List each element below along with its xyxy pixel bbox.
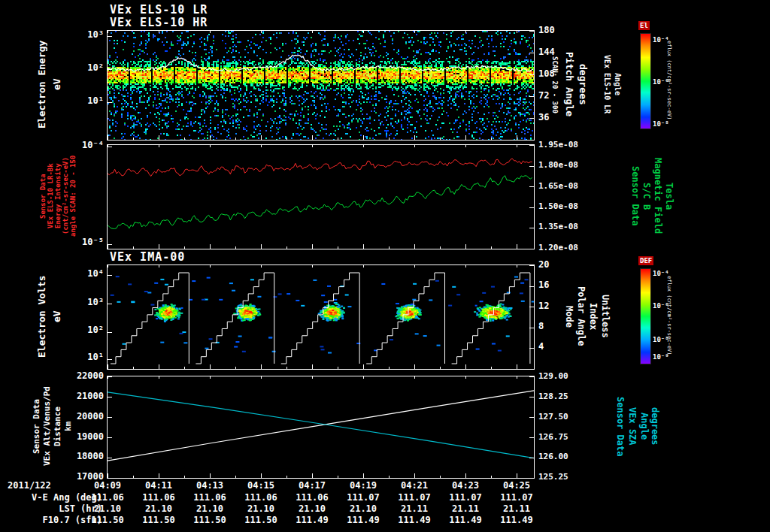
panel1-sensor-name-label: VEx ELS-10 LR [603, 30, 611, 139]
axis-tick-label: 72 [538, 91, 549, 101]
table-cell: 21.10 [339, 504, 387, 514]
colorbar2 [640, 268, 651, 364]
panel2-left-label-line: (cnt/cm²-sr-sec-eV) [62, 144, 69, 248]
table-cell: 111.06 [135, 493, 183, 503]
panel3-right-label-line: Index [588, 264, 599, 368]
axis-tick-label: 126.75 [538, 432, 568, 442]
table-cell: 21.10 [237, 504, 285, 514]
axis-tick-label: 20000 [71, 412, 104, 422]
panel1-y-axis-units: eV [51, 30, 62, 139]
axis-tick-label: 10¹ [71, 352, 104, 362]
panel2-left-label-line: angle SCAN: 20 - 150 [69, 144, 77, 248]
table-cell: 21.11 [390, 504, 438, 514]
time-tick-label: 04:15 [237, 481, 285, 491]
axis-tick-label: 10⁻⁵ [71, 237, 104, 247]
table-cell: 111.49 [390, 515, 438, 525]
table-cell: 111.50 [83, 515, 132, 525]
axis-tick-label: 18000 [71, 452, 104, 461]
panel2-line-plot [107, 144, 535, 249]
axis-tick-label: 19000 [71, 432, 104, 442]
table-cell: 21.10 [288, 504, 336, 514]
panel1-scan-range-label: SCAN: 20 - 300 [551, 30, 559, 139]
panel2-right-label-line: Sensor Data [630, 144, 641, 248]
time-tick-label: 04:25 [493, 481, 541, 491]
panel4-right-label-line: degrees [650, 376, 660, 477]
time-tick-label: 04:23 [441, 481, 490, 491]
axis-tick-label: 10² [71, 63, 104, 73]
tplot-screen: VEx ELS-10 LR VEx ELS-10 HR VEx IMA-00 E… [0, 0, 770, 532]
table-cell: 111.06 [288, 493, 336, 503]
table-cell: 111.06 [237, 493, 285, 503]
table-cell: 111.06 [83, 493, 132, 503]
axis-tick-label: 1.50e-08 [538, 201, 578, 211]
axis-tick-label: 10² [71, 325, 104, 335]
panel3-y-axis-label: Electron Volts [36, 264, 47, 368]
alt-sza-canvas [108, 376, 534, 478]
panel1-sensor-angle-label: Angle [614, 30, 622, 139]
axis-tick-label: 1.95e-08 [538, 140, 578, 150]
panel2-right-label-line: Magnetic Field [653, 144, 663, 248]
axis-tick-label: 126.00 [538, 452, 568, 461]
panel3-y-axis-units: eV [51, 264, 62, 368]
panel2-right-label-line: Tesla [664, 144, 675, 248]
axis-tick-label: 36 [538, 113, 549, 122]
time-tick-label: 04:11 [135, 481, 183, 491]
axis-tick-label: 10⁻⁴ [71, 141, 104, 150]
table-cell: 21.11 [441, 504, 490, 514]
axis-tick-label: 21000 [71, 391, 104, 401]
axis-tick-label: 10³ [71, 30, 104, 40]
colorbar1-title-chip: El [638, 21, 650, 30]
panel1-right-axis-units: degrees [578, 30, 589, 139]
panel2-left-label-line: Sensor Data [39, 144, 47, 248]
date-label: 2011/122 [8, 481, 51, 491]
panel1-title-line2: VEx ELS-10 HR [110, 16, 208, 29]
table-cell: 111.50 [135, 515, 183, 525]
panel3-right-label-line: Mode [564, 264, 574, 368]
panel4-left-label-line: Distance [53, 376, 62, 477]
panel4-right-label-line: Angle [639, 376, 650, 477]
axis-tick-label: 8 [538, 322, 544, 331]
els-spectrogram-canvas [108, 31, 534, 140]
panel4-line-plot [107, 376, 535, 479]
table-cell: 21.10 [135, 504, 183, 514]
table-cell: 111.07 [339, 493, 387, 503]
axis-tick-label: 1.65e-08 [538, 181, 578, 191]
panel2-left-label-line: VEx ELS-10 LR-Bk [47, 144, 54, 248]
panel3-right-label-line: Polar Angle [576, 264, 587, 368]
axis-tick-label: 10³ [71, 298, 104, 307]
panel3-right-label-line: Unitless [600, 264, 611, 368]
colorbar2-title-chip: DEF [638, 256, 653, 265]
axis-tick-label: 4 [538, 342, 544, 352]
table-cell: 111.06 [186, 493, 234, 503]
time-tick-label: 04:09 [83, 481, 132, 491]
table-cell: 21.10 [83, 504, 132, 514]
axis-tick-label: 22000 [71, 371, 104, 381]
time-tick-label: 04:21 [390, 481, 438, 491]
time-tick-label: 04:19 [339, 481, 387, 491]
panel1-title-line1: VEx ELS-10 LR [110, 3, 208, 17]
panel4-right-label-line: VEx SZA [627, 376, 638, 477]
panel4-left-label-line: Sensor Data [32, 376, 41, 477]
table-cell: 21.11 [493, 504, 541, 514]
panel2-left-label-line: Energy Intensity [54, 144, 62, 248]
table-cell: 111.49 [441, 515, 490, 525]
axis-tick-label: 1.35e-08 [538, 222, 578, 231]
axis-tick-label: 20 [538, 260, 549, 270]
axis-tick-label: 12 [538, 301, 549, 311]
table-cell: 111.49 [493, 515, 541, 525]
axis-tick-label: 10⁴ [71, 269, 104, 279]
panel4-right-label-line: Sensor Data [615, 376, 626, 477]
panel1-right-axis-label: Pitch Angle [564, 30, 575, 139]
colorbar1 [640, 33, 651, 129]
panel1-y-axis-label: Electron Energy [36, 30, 47, 139]
colorbar1-units-label: eflux (cnt/cm²-sr-sec-eV) [666, 33, 672, 128]
axis-tick-label: 127.50 [538, 412, 568, 422]
time-tick-label: 04:13 [186, 481, 234, 491]
axis-tick-label: 128.25 [538, 391, 568, 401]
ima-spectrogram-canvas [108, 265, 534, 369]
colorbar2-units-label: eflux (cnt/cm²-sr-sec-eV) [666, 268, 672, 363]
panel3-title: VEx IMA-00 [110, 250, 185, 264]
table-cell: 111.07 [493, 493, 541, 503]
axis-tick-label: 10¹ [71, 96, 104, 106]
panel1-els-spectrogram [107, 30, 535, 141]
